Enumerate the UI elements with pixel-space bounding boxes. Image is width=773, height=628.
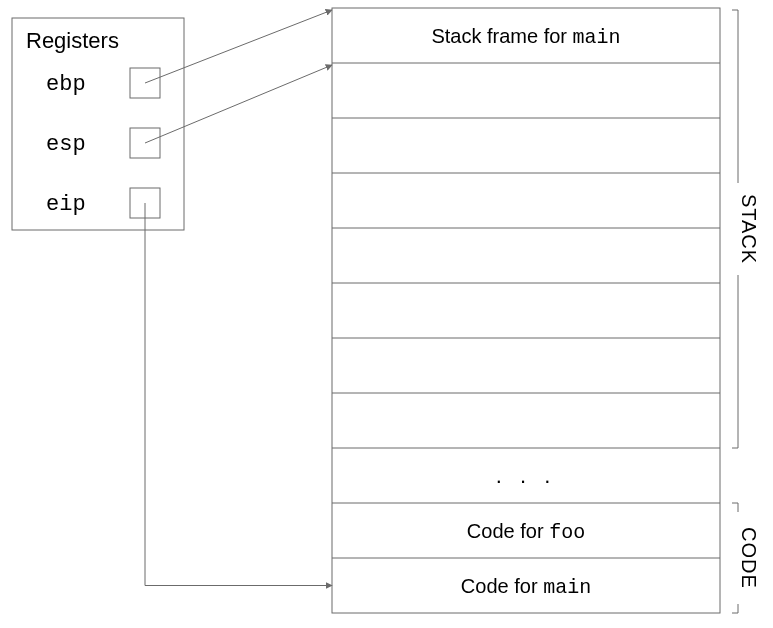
memory-row-stack-frame-main: Stack frame for main <box>431 25 620 49</box>
arrow-esp-to-row1 <box>145 65 332 143</box>
side-label-stack: STACK <box>738 194 760 264</box>
side-guide-stack <box>732 275 738 448</box>
memory-row-code-main: Code for main <box>461 575 591 599</box>
side-guide-code <box>732 604 738 613</box>
register-label-eip: eip <box>46 192 86 217</box>
register-label-esp: esp <box>46 132 86 157</box>
arrow-eip-to-code-main <box>145 203 332 586</box>
side-label-code: CODE <box>738 527 760 589</box>
side-guide-stack <box>732 10 738 183</box>
arrow-ebp-to-main-frame <box>145 10 332 83</box>
registers-title: Registers <box>26 28 119 53</box>
memory-ellipsis: . . . <box>496 463 557 488</box>
register-label-ebp: ebp <box>46 72 86 97</box>
memory-row-code-foo: Code for foo <box>467 520 585 544</box>
side-guide-code <box>732 503 738 512</box>
